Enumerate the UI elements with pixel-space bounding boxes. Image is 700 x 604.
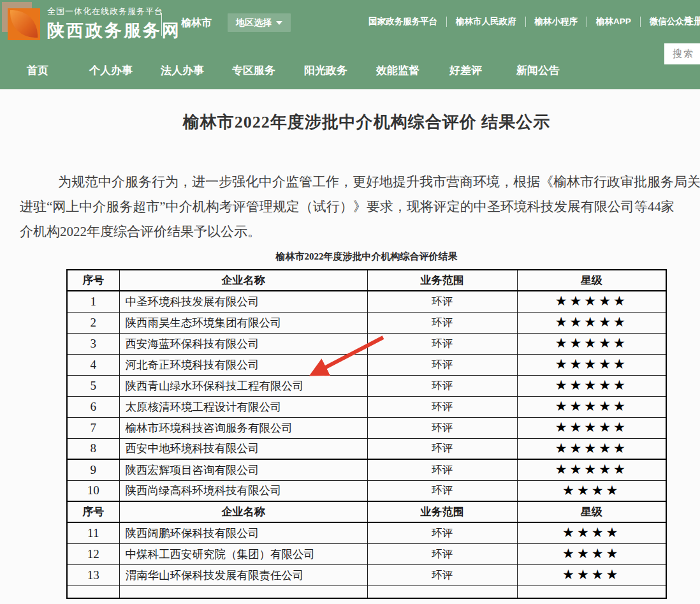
cell-company-name: 陕西青山绿水环保科技工程有限公司 [119, 375, 367, 396]
cell-star-rating: ★★★★★ [517, 354, 666, 375]
link-separator [446, 17, 447, 27]
cell-company-name: 中圣环境科技发展有限公司 [119, 291, 367, 312]
announcement-paragraph: 为规范中介服务行为，进一步强化中介监管工作，更好地提升我市营商环境，根据《榆林市… [20, 170, 700, 244]
table-row: 7 榆林市环境科技咨询服务有限公司 环评 ★★★★★ [67, 417, 666, 438]
table-row: 2 陕西雨昊生态环境集团有限公司 环评 ★★★★★ [67, 312, 666, 333]
cell-scope: 环评 [367, 354, 517, 375]
table-row: 13 渭南华山环保科技发展有限责任公司 环评 ★★★★ [67, 564, 666, 586]
cell-scope: 环评 [367, 375, 517, 396]
cell-company-name: 榆林市环境科技咨询服务有限公司 [119, 417, 367, 438]
table-row: 6 太原核清环境工程设计有限公司 环评 ★★★★★ [67, 396, 666, 417]
link-separator [587, 17, 587, 27]
cell-company-name: 陕西宏辉项目咨询有限公司 [119, 459, 367, 480]
paragraph-line: 进驻“网上中介服务超市”中介机构考评管理规定（试行）》要求，现将评定的中圣环境科… [20, 195, 700, 219]
cell-company-name: 渭南华山环保科技发展有限责任公司 [119, 564, 367, 586]
cell-star-rating: ★★★★★ [517, 291, 666, 312]
cell-company-name [119, 586, 367, 598]
table-row: 9 陕西宏辉项目咨询有限公司 环评 ★★★★★ [67, 459, 666, 480]
cell-no: 11 [67, 522, 119, 543]
cell-scope [367, 586, 517, 598]
page-title: 榆林市2022年度涉批中介机构综合评价 结果公示 [20, 111, 700, 134]
link-national-platform[interactable]: 国家政务服务平台 [368, 16, 437, 27]
site-logo-icon [2, 2, 40, 40]
table-header-row: 序号 企业名称 业务范围 星级 [67, 501, 666, 522]
link-city-government[interactable]: 榆林市人民政府 [456, 16, 516, 27]
cell-scope: 环评 [367, 333, 517, 354]
nav-item-open-gov[interactable]: 阳光政务 [304, 63, 347, 78]
quick-links: 国家政务服务平台 榆林市人民政府 榆林小程序 榆林APP 微信公众号 [368, 16, 692, 27]
region-selector-label: 地区选择 [236, 17, 272, 29]
brand-divider [161, 13, 162, 36]
current-city-label: 榆林市 [181, 17, 212, 30]
cell-scope: 环评 [367, 522, 517, 543]
cell-star-rating: ★★★★★ [517, 417, 666, 438]
table-row: 10 陕西尚绿高科环境科技有限公司 环评 ★★★★ [67, 480, 666, 501]
table-row-partial [67, 586, 666, 598]
link-mini-program[interactable]: 榆林小程序 [535, 16, 578, 27]
table-caption: 榆林市2022年度涉批中介机构综合评价结果 [20, 249, 700, 263]
col-header-no: 序号 [67, 501, 119, 522]
link-separator [640, 17, 641, 27]
register-link[interactable]: 注册 [684, 15, 700, 27]
region-selector-button[interactable]: 地区选择 [228, 13, 291, 32]
cell-scope: 环评 [367, 459, 517, 480]
cell-no: 7 [67, 417, 119, 438]
cell-star-rating: ★★★★★ [517, 375, 666, 396]
cell-company-name: 中煤科工西安研究院（集团）有限公司 [119, 543, 367, 564]
cell-scope: 环评 [367, 417, 517, 438]
cell-scope: 环评 [367, 312, 517, 333]
topbar: 全国一体化在线政务服务平台 陕西政务服务网 榆林市 地区选择 国家政务服务平台 … [0, 0, 700, 51]
cell-no: 13 [67, 564, 119, 586]
cell-company-name: 西安海蓝环保科技有限公司 [119, 333, 367, 354]
cell-star-rating: ★★★★ [517, 522, 666, 543]
search-button[interactable]: 搜索 [664, 43, 700, 64]
nav-item-legal-person[interactable]: 法人办事 [161, 63, 204, 78]
cell-star-rating: ★★★★★ [517, 333, 666, 354]
col-header-name: 企业名称 [119, 270, 367, 291]
table-row: 5 陕西青山绿水环保科技工程有限公司 环评 ★★★★★ [67, 375, 666, 396]
cell-star-rating: ★★★★ [517, 564, 666, 586]
cell-scope: 环评 [367, 438, 517, 459]
nav-item-efficiency[interactable]: 效能监督 [376, 63, 419, 78]
nav-item-special-zone[interactable]: 专区服务 [232, 63, 275, 78]
cell-star-rating: ★★★★★ [517, 396, 666, 417]
table-row: 12 中煤科工西安研究院（集团）有限公司 环评 ★★★★ [67, 543, 666, 564]
cell-no: 12 [67, 543, 119, 564]
chevron-down-icon [276, 21, 282, 25]
nav-item-news[interactable]: 新闻公告 [516, 63, 560, 78]
link-separator [525, 17, 526, 27]
announcement-document: 榆林市2022年度涉批中介机构综合评价 结果公示 为规范中介服务行为，进一步强化… [20, 111, 700, 599]
cell-no: 10 [67, 480, 119, 501]
cell-scope: 环评 [367, 396, 517, 417]
paragraph-line: 为规范中介服务行为，进一步强化中介监管工作，更好地提升我市营商环境，根据《榆林市… [20, 170, 700, 195]
cell-star-rating [517, 586, 666, 598]
cell-no: 1 [67, 291, 119, 312]
col-header-scope: 业务范围 [367, 501, 517, 522]
cell-no: 4 [67, 354, 119, 375]
cell-star-rating: ★★★★★ [517, 312, 666, 333]
evaluation-results-table: 序号 企业名称 业务范围 星级 1 中圣环境科技发展有限公司 环评 ★★★★★ … [66, 269, 667, 599]
table-row: 1 中圣环境科技发展有限公司 环评 ★★★★★ [67, 291, 666, 312]
cell-no: 5 [67, 375, 119, 396]
cell-no: 2 [67, 312, 119, 333]
cell-no: 3 [67, 333, 119, 354]
col-header-stars: 星级 [517, 270, 666, 291]
cell-company-name: 陕西尚绿高科环境科技有限公司 [119, 480, 367, 501]
cell-no: 6 [67, 396, 119, 417]
site-header: 全国一体化在线政务服务平台 陕西政务服务网 榆林市 地区选择 国家政务服务平台 … [0, 0, 700, 89]
nav-item-personal[interactable]: 个人办事 [89, 63, 133, 78]
nav-item-home[interactable]: 首页 [27, 63, 48, 78]
cell-scope: 环评 [367, 291, 517, 312]
col-header-name: 企业名称 [119, 501, 367, 522]
cell-star-rating: ★★★★★ [517, 438, 666, 459]
col-header-stars: 星级 [517, 501, 666, 522]
cell-scope: 环评 [367, 480, 517, 501]
cell-no: 8 [67, 438, 119, 459]
table-row: 3 西安海蓝环保科技有限公司 环评 ★★★★★ [67, 333, 666, 354]
cell-scope: 环评 [367, 564, 517, 586]
cell-company-name: 陕西雨昊生态环境集团有限公司 [119, 312, 367, 333]
table-header-row: 序号 企业名称 业务范围 星级 [67, 270, 666, 291]
link-city-app[interactable]: 榆林APP [596, 16, 631, 27]
nav-item-rating[interactable]: 好差评 [449, 63, 482, 78]
table-row: 11 陕西阔鹏环保科技有限公司 环评 ★★★★ [67, 522, 666, 543]
